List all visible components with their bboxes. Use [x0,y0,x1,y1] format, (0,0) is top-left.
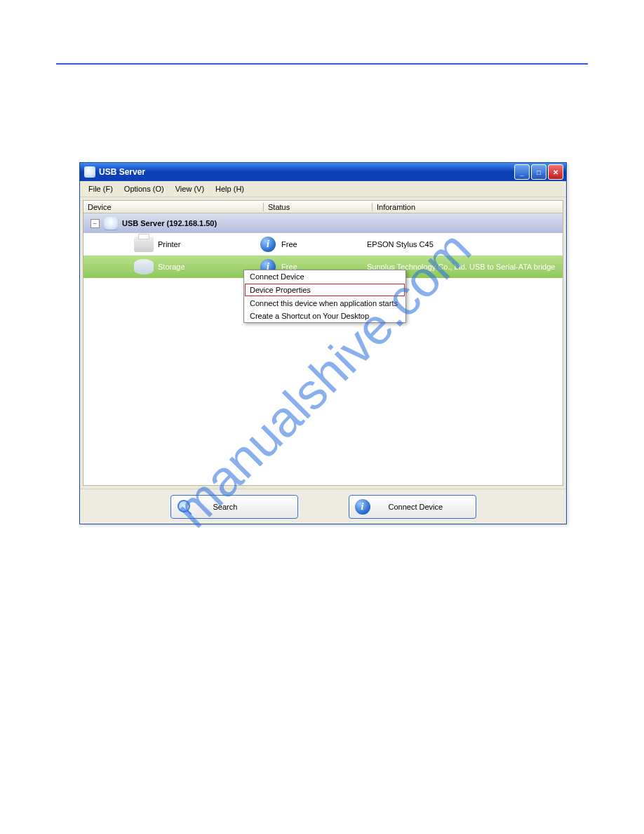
context-menu: Connect Device Device Properties Connect… [243,270,406,323]
status-cell: i Free [260,237,364,252]
server-row[interactable]: − USB Server (192.168.1.50) [83,213,563,233]
close-button[interactable]: ✕ [548,164,563,180]
info-icon: i [355,499,370,515]
usb-server-window: USB Server _ □ ✕ File (F) Options (O) Vi… [79,162,567,524]
connect-device-label: Connect Device [389,503,443,511]
maximize-button[interactable]: □ [531,164,546,180]
window-title: USB Server [99,167,514,177]
status-text: Free [281,240,297,249]
server-icon [104,217,118,230]
tree-collapse-toggle[interactable]: − [90,219,100,228]
column-device[interactable]: Device [83,203,264,211]
column-information[interactable]: Inforamtion [373,203,563,211]
menu-bar: File (F) Options (O) View (V) Help (H) [80,181,566,197]
connect-device-button[interactable]: i Connect Device [349,495,476,519]
device-tree: − USB Server (192.168.1.50) Printer i Fr… [83,213,563,485]
window-controls: _ □ ✕ [514,164,563,180]
column-headers: Device Status Inforamtion [83,201,563,213]
app-icon [84,166,95,178]
page-header-rule [56,63,588,65]
window-titlebar: USB Server _ □ ✕ [80,163,566,181]
server-label: USB Server (192.168.1.50) [122,219,217,227]
column-status[interactable]: Status [264,203,373,211]
menu-view[interactable]: View (V) [170,183,210,194]
ctx-device-properties[interactable]: Device Properties [245,284,405,296]
search-button[interactable]: Search [170,495,298,519]
menu-options[interactable]: Options (O) [119,183,170,194]
device-row-printer[interactable]: Printer i Free EPSON Stylus C45 [83,233,563,256]
search-button-label: Search [213,503,238,511]
ctx-connect-on-start[interactable]: Connect this device when application sta… [244,297,405,310]
minimize-button[interactable]: _ [514,164,530,180]
ctx-connect-device[interactable]: Connect Device [244,270,405,283]
content-panel: Device Status Inforamtion − USB Server (… [83,200,563,486]
info-icon: i [260,237,276,252]
search-icon [177,499,192,515]
storage-icon [134,259,154,274]
device-name: Printer [158,240,260,249]
menu-file[interactable]: File (F) [83,183,119,194]
info-cell: EPSON Stylus C45 [364,240,563,249]
ctx-create-shortcut[interactable]: Create a Shortcut on Your Desktop [244,310,405,322]
menu-help[interactable]: Help (H) [210,183,250,194]
button-bar: Search i Connect Device [80,489,566,524]
printer-icon [134,237,154,252]
